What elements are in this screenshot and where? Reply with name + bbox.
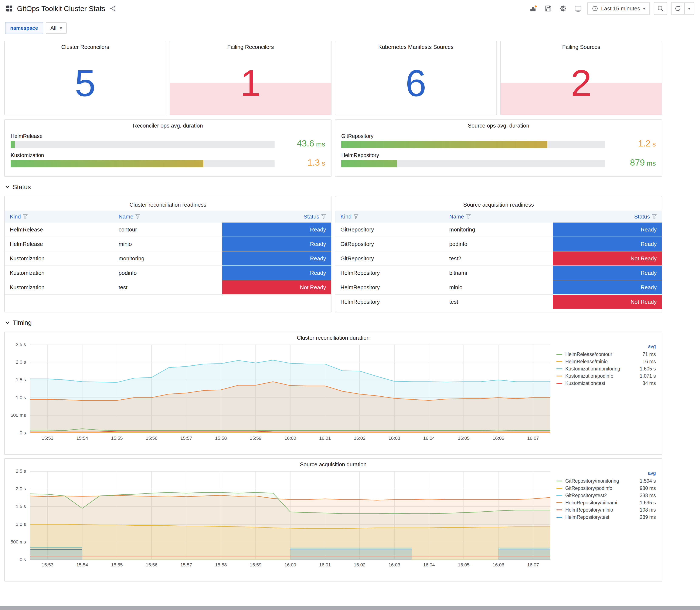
legend-item[interactable]: HelmRepository/test289 ms <box>556 514 657 521</box>
panel-title[interactable]: Cluster reconciliation readiness <box>5 199 331 208</box>
stat-panel-cluster-reconcilers: Cluster Reconcilers 5 <box>4 41 166 115</box>
column-header-status[interactable]: Status <box>222 211 331 223</box>
row-toggle-status[interactable]: Status <box>5 182 662 192</box>
legend-avg-header[interactable]: avg <box>556 344 657 349</box>
share-icon[interactable] <box>110 5 116 12</box>
time-range-picker[interactable]: Last 15 minutes ▾ <box>587 2 650 15</box>
column-header-status[interactable]: Status <box>553 211 662 223</box>
legend-item[interactable]: HelmRelease/contour71 ms <box>556 351 657 358</box>
cell-status: Not Ready <box>553 294 662 309</box>
refresh-icon[interactable] <box>671 2 685 15</box>
legend-item[interactable]: GitRepository/monitoring1.594 s <box>556 477 657 485</box>
plot-canvas[interactable] <box>30 471 550 560</box>
legend-item[interactable]: HelmRelease/minio16 ms <box>556 358 657 365</box>
x-axis-label: 15:54 <box>72 435 93 441</box>
row-toggle-timing[interactable]: Timing <box>5 318 662 328</box>
cell-status: Ready <box>553 223 662 237</box>
x-axis-label: 16:00 <box>280 562 300 568</box>
save-icon[interactable] <box>543 3 554 14</box>
legend-item[interactable]: HelmRepository/bitnami1.695 s <box>556 499 657 506</box>
bottom-row-edge <box>0 606 700 610</box>
gauge-value: 43.6 ms <box>280 140 325 148</box>
panel-title[interactable]: Source acquisition readiness <box>335 199 662 208</box>
panel-title[interactable]: Failing Reconcilers <box>170 41 331 50</box>
legend-item[interactable]: Kustomization/podinfo1.071 s <box>556 372 657 380</box>
filter-funnel-icon[interactable] <box>354 214 358 219</box>
apps-grid-icon[interactable] <box>6 5 13 12</box>
legend-avg-header[interactable]: avg <box>556 470 657 476</box>
add-panel-icon[interactable] <box>528 3 539 14</box>
gauge-label: Kustomization <box>11 152 275 158</box>
legend-item[interactable]: Kustomization/test84 ms <box>556 380 657 387</box>
settings-gear-icon[interactable] <box>558 3 569 14</box>
column-header-kind[interactable]: Kind <box>5 211 113 223</box>
filter-funnel-icon[interactable] <box>135 214 140 219</box>
panel-source-acquisition-duration: Source acquisition duration 0 s500 ms1.0… <box>4 458 662 581</box>
table-row: HelmReleaseminioReady <box>5 237 331 251</box>
y-axis-label: 1.5 s <box>10 504 26 509</box>
refresh-interval-caret[interactable]: ▾ <box>685 2 694 15</box>
chart-legend: avgGitRepository/monitoring1.594 sGitRep… <box>556 469 657 570</box>
table-row: KustomizationtestNot Ready <box>5 280 331 294</box>
legend-series-name: GitRepository/monitoring <box>565 478 619 484</box>
cycle-view-icon[interactable] <box>572 3 584 14</box>
column-header-name[interactable]: Name <box>113 211 222 223</box>
filter-funnel-icon[interactable] <box>652 214 657 219</box>
section-title: Timing <box>13 319 32 326</box>
y-axis-label: 2.0 s <box>10 359 26 365</box>
panel-title[interactable]: Cluster Reconcilers <box>5 41 166 50</box>
x-axis-label: 15:55 <box>107 435 127 441</box>
panel-title[interactable]: Failing Sources <box>501 41 662 50</box>
x-axis: 15:5315:5415:5515:5615:5715:5815:5916:00… <box>10 562 550 569</box>
filter-funnel-icon[interactable] <box>321 214 326 219</box>
legend-item[interactable]: GitRepository/podinfo980 ms <box>556 485 657 492</box>
legend-item[interactable]: GitRepository/test2338 ms <box>556 492 657 499</box>
legend-avg-value: 1.071 s <box>640 373 657 379</box>
legend-series-name: HelmRepository/test <box>565 514 609 520</box>
panel-title[interactable]: Cluster reconciliation duration <box>10 332 657 341</box>
plot-canvas[interactable] <box>30 344 550 433</box>
gauge-row: GitRepository1.2 s <box>341 133 656 148</box>
panel-title[interactable]: Kubernetes Manifests Sources <box>335 41 496 50</box>
x-axis-label: 16:01 <box>315 562 335 568</box>
legend-series-name: HelmRepository/minio <box>565 507 613 513</box>
table-row: KustomizationmonitoringReady <box>5 251 331 266</box>
tables-row: Cluster reconciliation readiness KindNam… <box>4 196 662 312</box>
status-badge: Ready <box>222 237 331 251</box>
panel-cluster-reconciliation-duration: Cluster reconciliation duration 0 s500 m… <box>4 332 662 455</box>
panel-title[interactable]: Source ops avg. duration <box>341 120 656 129</box>
status-badge: Ready <box>553 280 662 294</box>
x-axis-label: 16:05 <box>454 435 474 441</box>
column-header-kind[interactable]: Kind <box>335 211 444 223</box>
chevron-down-icon: ▾ <box>643 6 645 11</box>
legend-item[interactable]: HelmRepository/minio108 ms <box>556 506 657 514</box>
cell-kind: Kustomization <box>5 280 113 294</box>
gauge-label: HelmRepository <box>341 152 605 158</box>
y-axis-label: 2.5 s <box>10 342 26 347</box>
x-axis-label: 15:55 <box>107 562 127 568</box>
zoom-out-icon[interactable] <box>654 2 667 15</box>
legend-avg-value: 71 ms <box>642 352 657 357</box>
gauge-value: 1.3 s <box>280 159 325 167</box>
legend-avg-value: 1.695 s <box>640 500 657 505</box>
timeseries-plot: 0 s500 ms1.0 s1.5 s2.0 s2.5 s 15:5315:54… <box>10 469 550 570</box>
y-axis: 0 s500 ms1.0 s1.5 s2.0 s2.5 s <box>10 342 29 443</box>
legend-swatch <box>556 375 562 376</box>
legend-series-name: HelmRelease/minio <box>565 359 607 365</box>
gauge-bar <box>341 160 397 167</box>
panel-title[interactable]: Source acquisition duration <box>10 459 657 468</box>
filter-funnel-icon[interactable] <box>466 214 471 219</box>
filter-funnel-icon[interactable] <box>23 214 28 219</box>
column-header-name[interactable]: Name <box>444 211 553 223</box>
x-axis-label: 15:59 <box>245 562 266 568</box>
cell-name: test <box>444 294 553 309</box>
time-range-label: Last 15 minutes <box>601 5 640 12</box>
y-axis-label: 2.0 s <box>10 486 26 492</box>
variable-value-dropdown[interactable]: All ▾ <box>46 22 67 34</box>
gauge-label: GitRepository <box>341 133 605 139</box>
stat-panel-kubernetes-manifests-sources: Kubernetes Manifests Sources 6 <box>335 41 497 115</box>
legend-item[interactable]: Kustomization/monitoring1.605 s <box>556 365 657 372</box>
legend-series-name: Kustomization/monitoring <box>565 366 620 372</box>
panel-title[interactable]: Reconciler ops avg. duration <box>11 120 325 129</box>
status-badge: Ready <box>222 223 331 237</box>
